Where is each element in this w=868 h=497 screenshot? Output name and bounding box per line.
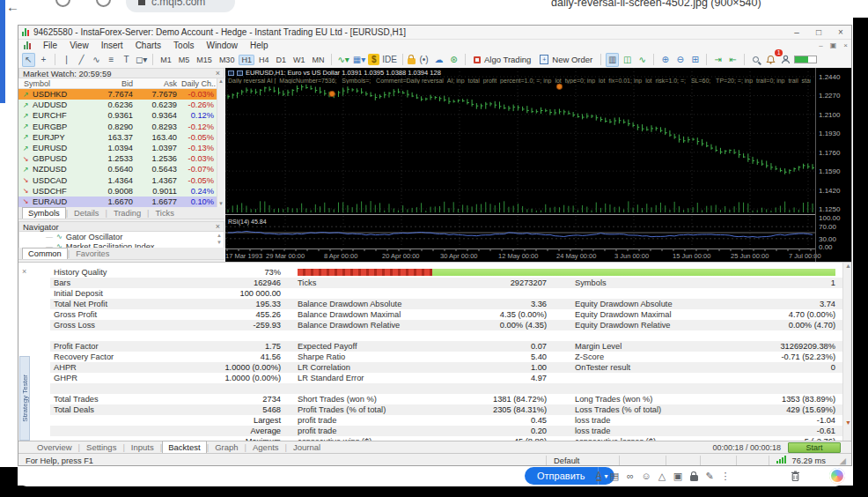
tester-tab-agents[interactable]: Agents <box>246 441 285 453</box>
refresh-icon[interactable] <box>96 0 111 7</box>
tester-tab-settings[interactable]: Settings <box>80 441 122 453</box>
chart-plot[interactable] <box>225 68 815 262</box>
market-watch-tab-symbols[interactable]: Symbols <box>22 207 66 219</box>
tester-tab-journal[interactable]: Journal <box>287 441 327 453</box>
timeframe-m30[interactable]: M30 <box>217 55 238 65</box>
market-watch-scrollbar[interactable]: ▲▼ <box>217 78 224 207</box>
resize-grip-icon[interactable]: ◢ <box>833 456 852 465</box>
discard-draft-trash-icon[interactable] <box>788 469 802 483</box>
market-watch-row-audusd[interactable]: ↗AUDUSD0.62360.6239-0.26% <box>18 100 224 110</box>
profile-selector[interactable]: Default <box>547 456 619 465</box>
column-header-dailych[interactable]: Daily Ch.. <box>177 79 216 88</box>
market-watch-close-icon[interactable]: × <box>216 69 220 78</box>
line-chart-mode-icon[interactable]: ∿ <box>636 53 649 67</box>
timeframe-h4[interactable]: H4 <box>256 55 272 65</box>
tester-tab-overview[interactable]: Overview <box>31 441 78 453</box>
market-watch-tab-ticks[interactable]: Ticks <box>150 207 180 219</box>
market-watch-tab-trading[interactable]: Trading <box>107 207 147 219</box>
mdi-window-controls[interactable]: –▣× <box>819 41 848 49</box>
vertical-line-tool-icon[interactable]: | <box>60 53 73 67</box>
crosshair-tool-icon[interactable]: + <box>37 53 50 67</box>
lock-icon[interactable] <box>408 58 416 64</box>
confidential-icon[interactable] <box>687 469 701 483</box>
tester-tab-inputs[interactable]: Inputs <box>125 441 160 453</box>
indicators-dropdown-icon[interactable]: ∿▾ <box>336 53 349 67</box>
zoom-out-icon[interactable]: ⊖ <box>673 53 687 67</box>
new-order-button[interactable]: +New Order <box>536 53 596 67</box>
emoji-icon[interactable]: ☺ <box>639 469 653 483</box>
navigator-close-icon[interactable]: × <box>216 222 220 231</box>
link-icon[interactable]: ∞ <box>623 469 637 483</box>
tester-tab-backtest[interactable]: Backtest <box>162 441 206 453</box>
connection-status[interactable]: 76.29 ms <box>769 456 833 465</box>
insert-photo-icon[interactable]: ▣ <box>671 469 685 483</box>
strategy-tester-side-tab[interactable]: Strategy Tester <box>19 356 30 441</box>
trendline-tool-icon[interactable]: ╱ <box>75 53 88 67</box>
market-watch-tab-details[interactable]: Details <box>68 207 105 219</box>
candle-chart-mode-icon[interactable]: ◫ <box>621 53 634 67</box>
navigator-tab-favorites[interactable]: Favorites <box>70 248 115 259</box>
polyline-tool-icon[interactable]: ∿ <box>90 53 103 67</box>
cursor-tool-icon[interactable]: ↖ <box>22 53 35 67</box>
objects-dropdown-icon[interactable]: ▦▾ <box>352 53 366 67</box>
column-header-symbol[interactable]: Symbol <box>18 79 87 88</box>
send-button-label[interactable]: Отправить <box>525 467 598 485</box>
navigator-tab-common[interactable]: Common <box>22 248 68 259</box>
extension-icon[interactable] <box>55 0 70 7</box>
notifications-icon[interactable]: 1 <box>764 53 777 67</box>
column-header-bid[interactable]: Bid <box>87 79 133 88</box>
market-watch-row-usdhkd[interactable]: ↗USDHKD7.76747.7679-0.03% <box>18 89 224 100</box>
maximize-icon[interactable]: □ <box>810 27 828 37</box>
attach-icon[interactable]: ▤ <box>607 469 622 483</box>
navigator-item-1[interactable]: —∿Market Facilitation Index <box>19 241 224 248</box>
text-tool-icon[interactable]: T <box>120 53 133 67</box>
column-header-ask[interactable]: Ask <box>133 79 177 88</box>
timeframe-mn[interactable]: MN <box>309 55 327 65</box>
timeframe-w1[interactable]: W1 <box>291 55 308 65</box>
market-watch-row-eurgbp[interactable]: ↗EURGBP0.82900.8293-0.12% <box>18 122 224 132</box>
algo-trading-button[interactable]: Algo Trading <box>470 53 534 67</box>
menu-item-tools[interactable]: Tools <box>173 41 194 50</box>
broadcast-icon[interactable]: (•) <box>417 53 430 67</box>
menu-item-file[interactable]: File <box>43 41 57 50</box>
signature-icon[interactable]: ✎ <box>702 469 717 483</box>
chart-shift-icon[interactable]: ⇥ <box>711 53 725 67</box>
cloud-icon[interactable]: ☁ <box>432 53 445 67</box>
menu-item-insert[interactable]: Insert <box>101 41 123 50</box>
grid-icon[interactable]: ⊞ <box>688 53 702 67</box>
trade-dollar-icon[interactable]: $ <box>368 54 379 65</box>
timeframe-m1[interactable]: M1 <box>158 55 174 65</box>
tester-tab-graph[interactable]: Graph <box>209 441 244 453</box>
zoom-in-icon[interactable]: ⊕ <box>658 53 672 67</box>
market-watch-row-eurusd[interactable]: ↗EURUSD1.03941.0397-0.13% <box>18 143 224 153</box>
timeframe-h1[interactable]: H1 <box>239 55 254 65</box>
market-watch-row-usdchf[interactable]: ↘USDCHF0.90080.90110.24% <box>18 186 224 197</box>
formatting-icon[interactable]: A <box>592 469 606 483</box>
market-watch-row-nzdusd[interactable]: ↗NZDUSD0.56400.5643-0.07% <box>18 164 224 174</box>
chart-area[interactable]: EURUSD,H1: Euro vs US Dollar 1.0391 1.03… <box>225 68 852 262</box>
timeframe-d1[interactable]: D1 <box>273 55 289 65</box>
drive-icon[interactable]: △ <box>655 469 669 483</box>
shapes-dropdown-icon[interactable]: ◻▾ <box>135 53 148 67</box>
minimize-icon[interactable]: – <box>788 27 805 37</box>
close-icon[interactable]: × <box>832 27 850 37</box>
menu-item-charts[interactable]: Charts <box>136 41 161 50</box>
navigator-scroll-arrows[interactable]: ▲▼ <box>217 232 222 246</box>
search-icon[interactable] <box>749 53 762 67</box>
timeframe-m5[interactable]: M5 <box>176 55 193 65</box>
more-icon[interactable]: ⋮ <box>718 469 732 483</box>
market-watch-row-eurjpy[interactable]: ↗EURJPY163.37163.40-0.05% <box>18 132 224 143</box>
assistant-orb-icon[interactable] <box>829 468 845 484</box>
ide-button[interactable]: IDE <box>381 53 398 67</box>
market-watch-row-usdcad[interactable]: ↘USDCAD1.43641.4367-0.05% <box>18 175 224 186</box>
globe-icon[interactable]: ⊛ <box>447 53 460 67</box>
market-watch-row-eurchf[interactable]: ↗EURCHF0.93610.93640.12% <box>18 110 224 121</box>
menu-item-view[interactable]: View <box>70 41 89 50</box>
url-pill[interactable]: c.mql5.com <box>126 0 235 12</box>
auto-scroll-icon[interactable]: ⇤ <box>726 53 739 67</box>
market-watch-header[interactable]: SymbolBidAskDaily Ch.. <box>18 78 224 89</box>
timeframe-m15[interactable]: M15 <box>194 55 215 65</box>
navigator-item-0[interactable]: —∿Gator Oscillator <box>19 232 224 241</box>
tester-scrollbar[interactable]: ▲▼ <box>842 263 852 441</box>
start-button[interactable]: Start <box>788 442 841 453</box>
